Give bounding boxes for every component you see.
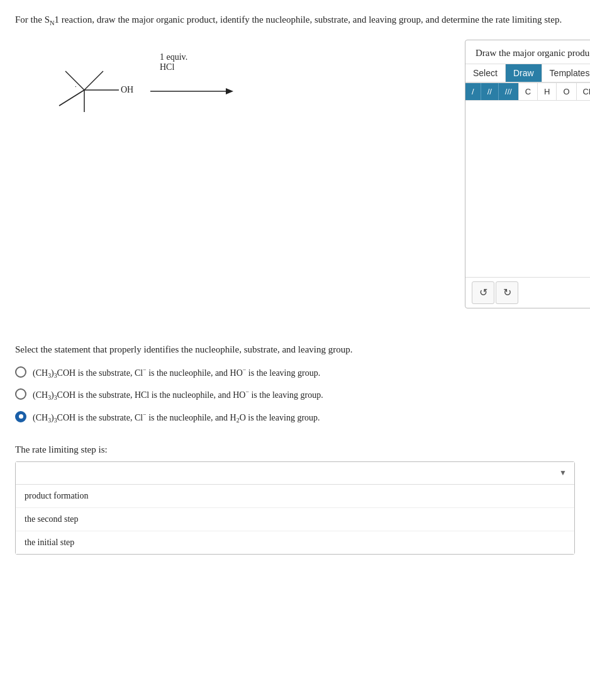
redo-button[interactable]: ↻ <box>496 281 518 304</box>
templates-button[interactable]: Templates <box>542 64 590 82</box>
reaction-svg: OH · <box>28 46 242 134</box>
undo-redo-group: ↺ ↻ <box>472 281 518 304</box>
question-text: For the SN1 reaction, draw the major org… <box>15 13 575 28</box>
option-2-text: (CH3)3COH is the substrate, HCl is the n… <box>33 387 323 403</box>
svg-text:·: · <box>75 82 77 90</box>
bond-atom-toolbar: / // /// C H O Cl <box>465 82 590 101</box>
hydrogen-button[interactable]: H <box>538 83 557 100</box>
option-3-radio[interactable] <box>15 411 26 422</box>
dropdown-option-initial-step[interactable]: the initial step <box>16 531 574 554</box>
draw-button[interactable]: Draw <box>506 64 542 82</box>
chlorine-button[interactable]: Cl <box>577 83 590 100</box>
draw-canvas[interactable] <box>465 101 590 277</box>
top-section: 1 equiv. HCl OH · <box>15 40 575 324</box>
draw-bottom-bar: ↺ ↻ <box>465 277 590 308</box>
dropdown-option-second-step[interactable]: the second step <box>16 508 574 531</box>
double-bond-button[interactable]: // <box>481 83 499 100</box>
dropdown-header[interactable]: ▼ <box>16 462 574 485</box>
draw-panel: Draw the major organic product. Select D… <box>465 40 590 308</box>
bond-group: / // /// <box>465 83 519 100</box>
single-bond-button[interactable]: / <box>465 83 481 100</box>
atom-group: C H O Cl <box>519 83 590 100</box>
chevron-down-icon: ▼ <box>559 468 567 478</box>
carbon-button[interactable]: C <box>519 83 538 100</box>
option-1-row[interactable]: (CH3)3COH is the substrate, Cl− is the n… <box>15 365 575 381</box>
draw-toolbar: Select Draw Templates More Erase <box>465 64 590 82</box>
rate-limiting-section: The rate limiting step is: ▼ product for… <box>15 444 575 555</box>
option-2-radio[interactable] <box>15 388 26 400</box>
triple-bond-button[interactable]: /// <box>499 83 518 100</box>
draw-panel-label: Draw the major organic product. <box>465 40 590 64</box>
option-1-text: (CH3)3COH is the substrate, Cl− is the n… <box>33 365 320 381</box>
rate-limiting-label: The rate limiting step is: <box>15 444 575 455</box>
rate-limiting-dropdown[interactable]: ▼ product formation the second step the … <box>15 461 575 555</box>
option-3-row[interactable]: (CH3)3COH is the substrate, Cl− is the n… <box>15 410 575 426</box>
svg-marker-8 <box>226 88 233 94</box>
select-button[interactable]: Select <box>465 64 506 82</box>
oxygen-button[interactable]: O <box>557 83 576 100</box>
dropdown-option-product-formation[interactable]: product formation <box>16 485 574 508</box>
mcq-section-label: Select the statement that properly ident… <box>15 342 575 357</box>
svg-line-2 <box>84 71 103 90</box>
undo-button[interactable]: ↺ <box>472 281 494 304</box>
option-2-row[interactable]: (CH3)3COH is the substrate, HCl is the n… <box>15 387 575 403</box>
reaction-area: 1 equiv. HCl OH · <box>15 40 238 137</box>
svg-line-4 <box>59 90 84 106</box>
svg-text:OH: OH <box>121 85 133 94</box>
option-3-text: (CH3)3COH is the substrate, Cl− is the n… <box>33 410 320 426</box>
option-1-radio[interactable] <box>15 366 26 378</box>
reagent-label: 1 equiv. HCl <box>160 52 187 72</box>
